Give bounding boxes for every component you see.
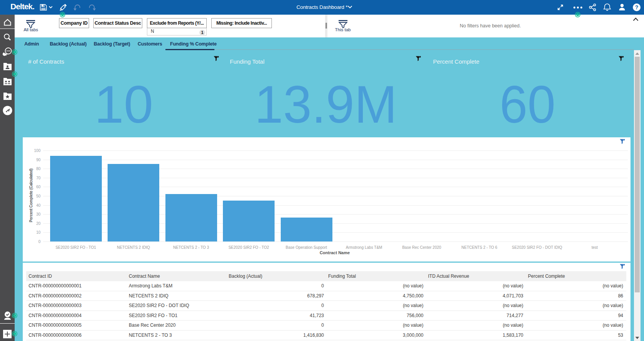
svg-text:?: ? bbox=[635, 4, 639, 10]
